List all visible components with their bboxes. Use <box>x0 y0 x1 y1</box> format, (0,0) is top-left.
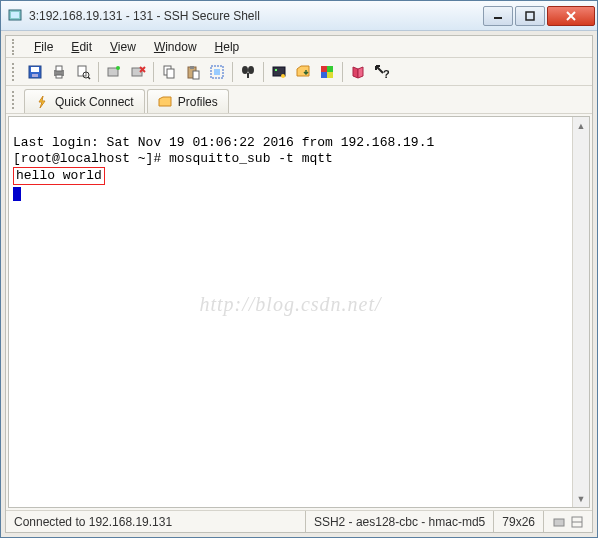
titlebar[interactable]: 3:192.168.19.131 - 131 - SSH Secure Shel… <box>1 1 597 31</box>
toolbar: ? <box>6 58 592 86</box>
toolbar-separator <box>232 62 233 82</box>
app-icon <box>7 8 23 24</box>
svg-rect-7 <box>31 67 39 72</box>
save-icon[interactable] <box>24 61 46 83</box>
maximize-button[interactable] <box>515 6 545 26</box>
svg-rect-8 <box>32 74 38 77</box>
status-protocol: SSH2 - aes128-cbc - hmac-md5 <box>306 511 494 532</box>
svg-point-16 <box>116 66 120 70</box>
svg-rect-35 <box>321 72 327 78</box>
vertical-scrollbar[interactable]: ▲ ▼ <box>572 117 589 507</box>
menubar: File Edit View Window Help <box>6 36 592 58</box>
svg-point-32 <box>281 74 285 78</box>
svg-point-28 <box>248 66 254 74</box>
menu-window[interactable]: Window <box>146 38 205 56</box>
toolbar-separator <box>263 62 264 82</box>
print-preview-icon[interactable] <box>72 61 94 83</box>
menu-view[interactable]: View <box>102 38 144 56</box>
toolbar-grip[interactable] <box>12 63 18 81</box>
svg-rect-23 <box>190 66 194 69</box>
svg-rect-26 <box>214 69 220 75</box>
app-window: 3:192.168.19.131 - 131 - SSH Secure Shel… <box>0 0 598 538</box>
menu-edit[interactable]: Edit <box>63 38 100 56</box>
svg-rect-11 <box>56 75 62 78</box>
status-size: 79x26 <box>494 511 544 532</box>
status-icon-1 <box>552 515 566 529</box>
status-connection: Connected to 192.168.19.131 <box>6 511 306 532</box>
watermark-text: http://blog.csdn.net/ <box>199 296 381 312</box>
copy-icon[interactable] <box>158 61 180 83</box>
svg-rect-21 <box>167 69 174 78</box>
toolbar-separator <box>342 62 343 82</box>
quick-connect-label: Quick Connect <box>55 95 134 109</box>
toolbar-separator <box>153 62 154 82</box>
svg-rect-31 <box>275 69 277 71</box>
paste-icon[interactable] <box>182 61 204 83</box>
scroll-up-icon[interactable]: ▲ <box>573 117 589 134</box>
svg-line-14 <box>88 77 90 79</box>
close-button[interactable] <box>547 6 595 26</box>
menu-file[interactable]: File <box>26 38 61 56</box>
status-icon-2 <box>570 515 584 529</box>
scroll-down-icon[interactable]: ▼ <box>573 490 589 507</box>
tabbar-grip[interactable] <box>12 91 18 109</box>
terminal-output[interactable]: Last login: Sat Nov 19 01:06:22 2016 fro… <box>9 117 572 507</box>
status-icons <box>544 511 592 532</box>
svg-rect-24 <box>193 71 199 79</box>
profiles-label: Profiles <box>178 95 218 109</box>
statusbar: Connected to 192.168.19.131 SSH2 - aes12… <box>6 510 592 532</box>
svg-rect-10 <box>56 66 62 71</box>
terminal-line: [root@localhost ~]# mosquitto_sub -t mqt… <box>13 151 333 166</box>
folder-icon <box>158 95 172 109</box>
terminal-icon[interactable] <box>268 61 290 83</box>
window-title: 3:192.168.19.131 - 131 - SSH Secure Shel… <box>29 9 481 23</box>
terminal-area: Last login: Sat Nov 19 01:06:22 2016 fro… <box>8 116 590 508</box>
quick-connect-tab[interactable]: Quick Connect <box>24 89 145 113</box>
lightning-icon <box>35 95 49 109</box>
tabbar: Quick Connect Profiles <box>6 86 592 114</box>
select-all-icon[interactable] <box>206 61 228 83</box>
svg-rect-38 <box>554 519 564 526</box>
context-help-icon[interactable]: ? <box>371 61 393 83</box>
svg-rect-1 <box>11 12 19 18</box>
terminal-line-highlighted: hello world <box>13 167 105 185</box>
svg-rect-3 <box>526 12 534 20</box>
toolbar-separator <box>98 62 99 82</box>
svg-rect-34 <box>327 66 333 72</box>
menu-help[interactable]: Help <box>207 38 248 56</box>
inner-panel: File Edit View Window Help <box>5 35 593 533</box>
profiles-tab[interactable]: Profiles <box>147 89 229 113</box>
menubar-grip[interactable] <box>12 39 18 55</box>
svg-rect-36 <box>327 72 333 78</box>
outer-frame: File Edit View Window Help <box>1 31 597 537</box>
file-transfer-icon[interactable] <box>292 61 314 83</box>
print-icon[interactable] <box>48 61 70 83</box>
svg-text:?: ? <box>383 68 390 80</box>
minimize-button[interactable] <box>483 6 513 26</box>
svg-rect-12 <box>78 66 86 76</box>
book-icon[interactable] <box>347 61 369 83</box>
color-icon[interactable] <box>316 61 338 83</box>
terminal-cursor <box>13 187 21 201</box>
disconnect-icon[interactable] <box>127 61 149 83</box>
svg-point-27 <box>242 66 248 74</box>
svg-rect-33 <box>321 66 327 72</box>
find-icon[interactable] <box>237 61 259 83</box>
new-connection-icon[interactable] <box>103 61 125 83</box>
terminal-line: Last login: Sat Nov 19 01:06:22 2016 fro… <box>13 135 434 150</box>
